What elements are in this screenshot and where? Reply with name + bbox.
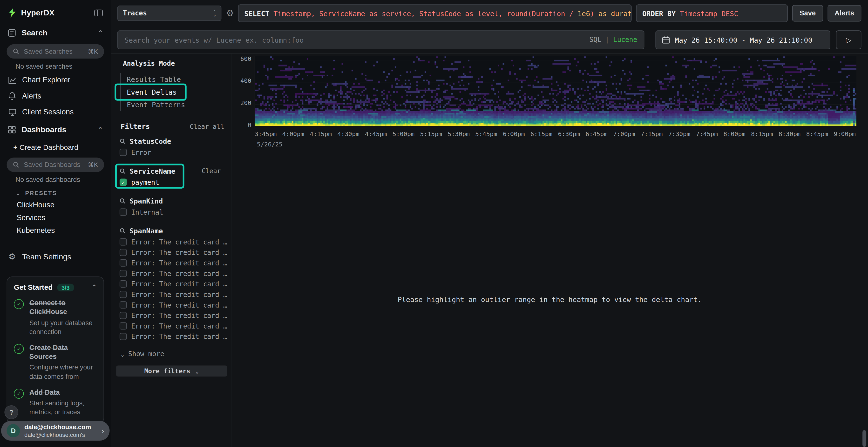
filter-option[interactable]: ✓payment xyxy=(120,177,175,187)
mode-lucene-toggle[interactable]: Lucene xyxy=(613,36,637,44)
filter-group-name[interactable]: SpanName xyxy=(120,226,227,237)
sidebar-section-search[interactable]: Search ⌃ xyxy=(0,23,111,42)
checkbox[interactable] xyxy=(120,322,127,330)
chevron-up-icon: ⌃ xyxy=(92,284,97,290)
filter-option[interactable]: Internal xyxy=(120,207,163,217)
event-search-input[interactable]: Search your events w/ Lucene ex. column:… xyxy=(117,30,645,49)
preset-services[interactable]: Services xyxy=(0,211,111,224)
clear-all-filters-link[interactable]: Clear all xyxy=(190,123,224,130)
saved-dashboards-input[interactable]: Saved Dashboards ⌘K xyxy=(7,158,104,172)
filter-option[interactable]: Error: The credit card … xyxy=(120,310,227,321)
get-started-step[interactable]: ✓ Connect to ClickHouse Set up your data… xyxy=(14,299,97,336)
order-by-input[interactable]: ORDER BY Timestamp DESC xyxy=(636,4,788,22)
filter-option[interactable]: Error: The credit card … xyxy=(120,331,227,342)
get-started-header[interactable]: Get Started 3/3 ⌃ xyxy=(14,283,97,291)
help-button[interactable]: ? xyxy=(4,405,18,419)
filter-option-label: Error: The credit card … xyxy=(131,248,227,256)
sql-query-input[interactable]: SELECT Timestamp, ServiceName as service… xyxy=(238,4,632,22)
filter-option[interactable]: Error: The credit card … xyxy=(120,258,227,268)
sidebar-item-team-settings[interactable]: ⚙ Team Settings xyxy=(0,248,111,265)
preset-kubernetes[interactable]: Kubernetes xyxy=(0,224,111,237)
filter-group-label: SpanKind xyxy=(129,197,163,205)
filter-group-name[interactable]: StatusCode xyxy=(120,136,171,147)
source-settings-gear-icon[interactable]: ⚙ xyxy=(226,9,234,18)
mode-sql-toggle[interactable]: SQL xyxy=(590,36,601,44)
sidebar-collapse-icon[interactable] xyxy=(94,9,103,16)
create-dashboard-button[interactable]: + Create Dashboard xyxy=(0,139,111,156)
x-axis-tick: 6:30pm xyxy=(558,131,580,138)
checkbox[interactable] xyxy=(120,260,127,267)
checkbox[interactable] xyxy=(120,149,127,156)
heatmap-plot[interactable] xyxy=(255,56,857,126)
get-started-step[interactable]: ✓ Add Data Start sending logs, metrics, … xyxy=(14,388,97,417)
filter-option[interactable]: Error: The credit card … xyxy=(120,268,227,279)
checkbox[interactable] xyxy=(120,209,127,216)
get-started-progress-badge: 3/3 xyxy=(57,283,74,291)
filter-group-body: ServiceName✓payment xyxy=(120,166,175,187)
heatmap-region: 6004002000 3:45pm4:00pm4:15pm4:30pm4:45p… xyxy=(231,53,868,447)
sidebar-item-alerts[interactable]: Alerts xyxy=(0,88,111,104)
checkbox[interactable] xyxy=(120,333,127,340)
y-axis-tick: 400 xyxy=(231,77,251,84)
presets-header[interactable]: ⌄ PRESETS xyxy=(0,185,111,199)
filter-option[interactable]: Error: The credit card … xyxy=(120,321,227,332)
content-area: Analysis Mode Results TableEvent DeltasE… xyxy=(111,53,868,447)
sidebar-item-client-sessions[interactable]: Client Sessions xyxy=(0,104,111,120)
x-axis-tick: 4:15pm xyxy=(310,131,332,138)
analysis-mode-event-patterns[interactable]: Event Patterns xyxy=(121,99,185,111)
filter-option[interactable]: Error: The credit card … xyxy=(120,237,227,247)
sidebar-item-chart-explorer[interactable]: Chart Explorer xyxy=(0,72,111,88)
gear-icon: ⚙ xyxy=(8,252,17,262)
query-toolbar: Traces ⌃⌄ ⚙ SELECT Timestamp, ServiceNam… xyxy=(111,0,868,27)
search-toolbar: Search your events w/ Lucene ex. column:… xyxy=(111,27,868,54)
alerts-button[interactable]: Alerts xyxy=(827,5,861,22)
time-range-picker[interactable]: May 26 15:40:00 - May 26 21:10:00 xyxy=(655,30,830,49)
show-more-link[interactable]: ⌄ Show more xyxy=(121,350,227,358)
source-select[interactable]: Traces ⌃⌄ xyxy=(117,5,222,21)
search-icon xyxy=(120,138,126,144)
search-icon xyxy=(13,48,20,55)
filter-option[interactable]: Error: The credit card … xyxy=(120,247,227,258)
dashboards-grid-icon xyxy=(8,125,16,133)
user-menu[interactable]: D dale@clickhouse.com dale@clickhouse.co… xyxy=(1,421,110,441)
filter-option-label: Error: The credit card … xyxy=(131,259,227,267)
vertical-scrollbar-thumb[interactable] xyxy=(863,430,866,447)
checkbox[interactable] xyxy=(120,301,127,309)
x-axis-tick: 5:45pm xyxy=(475,131,497,138)
sidebar-item-label: Alerts xyxy=(22,92,41,100)
analysis-mode-results-table[interactable]: Results Table xyxy=(121,73,181,86)
preset-clickhouse[interactable]: ClickHouse xyxy=(0,199,111,211)
filter-option[interactable]: Error: The credit card … xyxy=(120,289,227,300)
checkbox[interactable] xyxy=(120,270,127,277)
checkbox-checked[interactable]: ✓ xyxy=(120,179,127,186)
filter-option[interactable]: Error xyxy=(120,147,171,158)
filter-group-name[interactable]: SpanKind xyxy=(120,196,163,207)
filter-group-body: SpanKindInternal xyxy=(120,196,163,217)
order-by-tokens: ORDER BY Timestamp DESC xyxy=(642,9,738,18)
x-axis-tick: 4:30pm xyxy=(337,131,359,138)
analysis-mode-event-deltas[interactable]: Event Deltas xyxy=(121,86,177,99)
sidebar-section-search-label: Search xyxy=(22,28,48,37)
query-token: Timestamp, ServiceName as service, Statu… xyxy=(273,9,578,18)
sidebar-section-dashboards[interactable]: Dashboards ⌃ xyxy=(0,120,111,139)
sidebar-item-label: Chart Explorer xyxy=(22,76,70,84)
x-axis-tick: 5:15pm xyxy=(420,131,442,138)
query-token: as duration xyxy=(598,9,632,18)
checkbox[interactable] xyxy=(120,238,127,246)
checkbox[interactable] xyxy=(120,291,127,298)
get-started-step[interactable]: ✓ Create Data Sources Configure where yo… xyxy=(14,343,97,381)
mode-divider: | xyxy=(605,36,609,44)
filter-option[interactable]: Error: The credit card … xyxy=(120,279,227,289)
filter-clear-link[interactable]: Clear xyxy=(202,167,221,175)
saved-searches-input[interactable]: Saved Searches ⌘K xyxy=(7,44,104,59)
checkbox[interactable] xyxy=(120,280,127,287)
more-filters-button[interactable]: More filters ⌄ xyxy=(116,366,227,377)
run-query-button[interactable]: ▷ xyxy=(836,30,862,49)
filter-group-name[interactable]: ServiceName xyxy=(120,166,175,177)
heatmap-canvas[interactable] xyxy=(255,56,856,126)
filter-option[interactable]: Error: The credit card … xyxy=(120,300,227,310)
save-button[interactable]: Save xyxy=(792,5,823,22)
checkbox[interactable] xyxy=(120,312,127,319)
step-title: Create Data Sources xyxy=(29,343,97,361)
checkbox[interactable] xyxy=(120,249,127,256)
